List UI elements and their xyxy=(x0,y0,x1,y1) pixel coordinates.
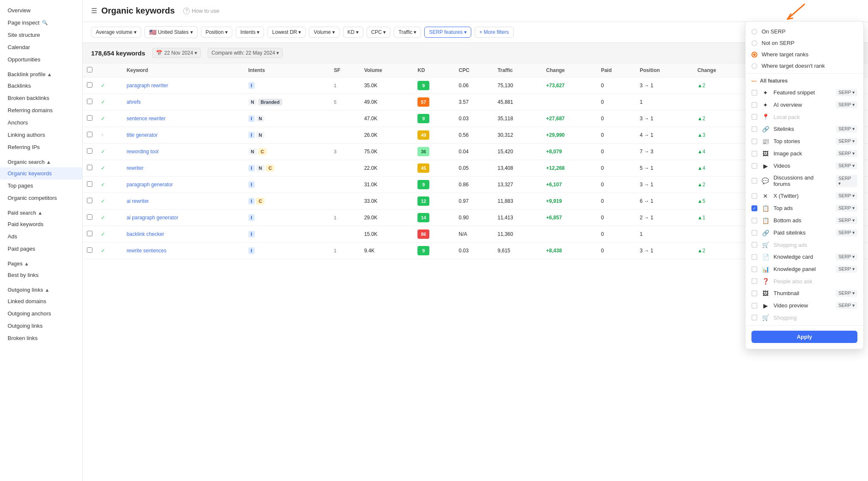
intents-filter[interactable]: Intents ▾ xyxy=(236,27,264,38)
serp-count-badge[interactable]: SERP ▾ xyxy=(836,192,857,199)
serp-count-badge[interactable]: SERP ▾ xyxy=(836,302,857,309)
sidebar-item-linking-authors[interactable]: Linking authors xyxy=(0,129,82,141)
sidebar-item-anchors[interactable]: Anchors xyxy=(0,116,82,129)
serp-count-badge[interactable]: SERP ▾ xyxy=(836,217,857,224)
date-selector[interactable]: 📅 22 Nov 2024 ▾ xyxy=(152,48,201,58)
traffic-filter[interactable]: Traffic ▾ xyxy=(394,27,421,38)
serp-count-badge[interactable]: SERP ▾ xyxy=(836,229,857,236)
sidebar-item-organic-keywords[interactable]: Organic keywords xyxy=(0,167,82,180)
keyword-link[interactable]: paragraph rewriter xyxy=(127,83,168,88)
serp-count-badge[interactable]: SERP ▾ xyxy=(836,290,857,297)
row-checkbox[interactable] xyxy=(87,99,92,104)
serp-count-badge[interactable]: SERP ▾ xyxy=(836,205,857,212)
serp-feature-item[interactable]: ▶Video previewSERP ▾ xyxy=(746,299,863,312)
row-checkbox[interactable] xyxy=(87,198,92,203)
serp-feature-item[interactable]: 📰Top storiesSERP ▾ xyxy=(746,135,863,147)
serp-feature-item[interactable]: ✦AI overviewSERP ▾ xyxy=(746,99,863,111)
select-all-checkbox[interactable] xyxy=(83,64,97,77)
volume-filter[interactable]: Volume ▾ xyxy=(309,27,339,38)
serp-count-badge[interactable]: SERP ▾ xyxy=(836,125,857,133)
serp-count-badge[interactable]: SERP ▾ xyxy=(836,162,857,169)
serp-features-filter[interactable]: SERP features ▾ xyxy=(424,27,471,38)
serp-feature-item[interactable]: 🔗SitelinksSERP ▾ xyxy=(746,123,863,135)
col-cpc[interactable]: CPC xyxy=(454,64,493,77)
serp-feature-item[interactable]: 📋Bottom adsSERP ▾ xyxy=(746,214,863,227)
col-traffic[interactable]: Traffic xyxy=(493,64,542,77)
position-filter[interactable]: Position ▾ xyxy=(201,27,232,38)
row-checkbox[interactable] xyxy=(87,231,92,236)
col-keyword[interactable]: Keyword xyxy=(122,64,244,77)
keyword-link[interactable]: sentence rewriter xyxy=(127,116,166,122)
sidebar-item-site-structure[interactable]: Site structure xyxy=(0,29,82,41)
serp-feature-item[interactable]: 🖼ThumbnailSERP ▾ xyxy=(746,287,863,299)
serp-count-badge[interactable]: SERP ▾ xyxy=(836,89,857,96)
sidebar-section-organic-search[interactable]: Organic search ▲ xyxy=(0,153,82,167)
keyword-link[interactable]: rewriter xyxy=(127,165,144,171)
sidebar-item-outgoing-anchors[interactable]: Outgoing anchors xyxy=(0,307,82,320)
col-sf[interactable]: SF xyxy=(330,64,360,77)
serp-count-badge[interactable]: SERP ▾ xyxy=(836,253,857,260)
serp-count-badge[interactable]: SERP ▾ xyxy=(836,101,857,108)
apply-button[interactable]: Apply xyxy=(751,331,857,343)
country-filter[interactable]: 🇺🇸 United States ▾ xyxy=(145,26,198,38)
sidebar-item-outgoing-links[interactable]: Outgoing links xyxy=(0,320,82,332)
row-checkbox[interactable] xyxy=(87,82,92,88)
sidebar-item-referring-ips[interactable]: Referring IPs xyxy=(0,141,82,153)
serp-feature-item[interactable]: 🖼Image packSERP ▾ xyxy=(746,147,863,160)
sidebar-item-top-pages[interactable]: Top pages xyxy=(0,180,82,192)
cpc-filter[interactable]: CPC ▾ xyxy=(367,27,391,38)
sidebar-item-referring-domains[interactable]: Referring domains xyxy=(0,104,82,116)
serp-radio-option[interactable]: Not on SERP xyxy=(746,37,863,49)
keyword-link[interactable]: backlink checker xyxy=(127,231,164,237)
serp-radio-option[interactable]: Where target ranks xyxy=(746,49,863,60)
row-checkbox[interactable] xyxy=(87,148,92,154)
sidebar-item-calendar[interactable]: Calendar xyxy=(0,41,82,53)
col-kd[interactable]: KD xyxy=(413,64,454,77)
serp-feature-item[interactable]: 📄Knowledge cardSERP ▾ xyxy=(746,251,863,263)
kd-filter[interactable]: KD ▾ xyxy=(343,27,363,38)
sidebar-section-paid-search[interactable]: Paid search ▲ xyxy=(0,204,82,218)
serp-count-badge[interactable]: SERP ▾ xyxy=(836,175,857,187)
serp-feature-item[interactable]: 💬Discussions and forumsSERP ▾ xyxy=(746,172,863,190)
sidebar-item-overview[interactable]: Overview xyxy=(0,4,82,17)
serp-feature-item[interactable]: ✓📋Top adsSERP ▾ xyxy=(746,202,863,214)
how-to-use-link[interactable]: ? How to use xyxy=(183,8,219,14)
col-volume[interactable]: Volume xyxy=(360,64,413,77)
serp-feature-item[interactable]: ▶VideosSERP ▾ xyxy=(746,160,863,172)
sidebar-item-linked-domains[interactable]: Linked domains xyxy=(0,295,82,307)
sidebar-item-best-by-links[interactable]: Best by links xyxy=(0,269,82,281)
serp-count-badge[interactable]: SERP ▾ xyxy=(836,150,857,157)
sidebar-item-organic-competitors[interactable]: Organic competitors xyxy=(0,192,82,204)
col-position[interactable]: Position xyxy=(636,64,693,77)
serp-count-badge[interactable]: SERP ▾ xyxy=(836,265,857,273)
serp-radio-option[interactable]: Where target doesn't rank xyxy=(746,60,863,72)
serp-feature-item[interactable]: 🔗Paid sitelinksSERP ▾ xyxy=(746,227,863,239)
col-change[interactable]: Change xyxy=(542,64,597,77)
col-paid[interactable]: Paid xyxy=(597,64,636,77)
serp-radio-option[interactable]: On SERP xyxy=(746,26,863,37)
row-checkbox[interactable] xyxy=(87,115,92,121)
sidebar-item-opportunities[interactable]: Opportunities xyxy=(0,53,82,66)
serp-feature-item[interactable]: 📊Knowledge panelSERP ▾ xyxy=(746,263,863,275)
sidebar-item-backlinks[interactable]: Backlinks xyxy=(0,80,82,92)
average-volume-filter[interactable]: Average volume ▾ xyxy=(91,27,141,38)
keyword-link[interactable]: ai paragraph generator xyxy=(127,215,178,221)
sidebar-section-pages[interactable]: Pages ▲ xyxy=(0,255,82,269)
col-pos-change[interactable]: Change xyxy=(693,64,748,77)
hamburger-icon[interactable]: ☰ xyxy=(91,7,97,15)
row-checkbox[interactable] xyxy=(87,165,92,170)
compare-selector[interactable]: Compare with: 22 May 2024 ▾ xyxy=(208,48,283,58)
sidebar-item-paid-keywords[interactable]: Paid keywords xyxy=(0,218,82,230)
serp-count-badge[interactable]: SERP ▾ xyxy=(836,138,857,145)
row-checkbox[interactable] xyxy=(87,132,92,137)
row-checkbox[interactable] xyxy=(87,181,92,187)
sidebar-item-broken-links[interactable]: Broken links xyxy=(0,332,82,344)
sidebar-item-ads[interactable]: Ads xyxy=(0,230,82,243)
keyword-link[interactable]: ahrefs xyxy=(127,99,141,105)
row-checkbox[interactable] xyxy=(87,247,92,253)
sidebar-item-broken-backlinks[interactable]: Broken backlinks xyxy=(0,92,82,104)
sidebar-item-paid-pages[interactable]: Paid pages xyxy=(0,243,82,255)
serp-feature-item[interactable]: ✕X (Twitter)SERP ▾ xyxy=(746,190,863,202)
lowest-dr-filter[interactable]: Lowest DR ▾ xyxy=(267,27,306,38)
keyword-link[interactable]: ai rewriter xyxy=(127,198,149,204)
